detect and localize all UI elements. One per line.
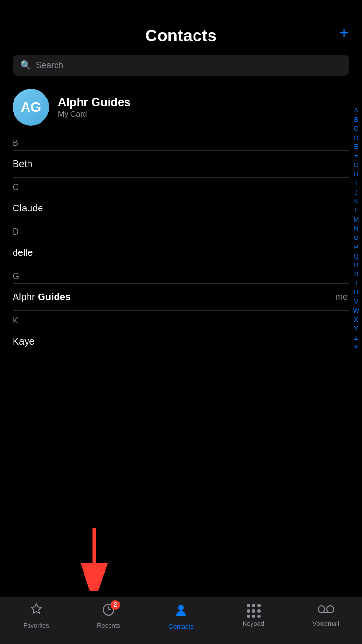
- alpha-S[interactable]: S: [354, 270, 359, 279]
- svg-point-7: [327, 606, 334, 613]
- my-card-row[interactable]: AG Alphr Guides My Card: [0, 81, 362, 133]
- alpha-N[interactable]: N: [354, 224, 358, 234]
- contact-name: Alphr Guides: [13, 292, 70, 303]
- contact-name: Beth: [13, 158, 32, 169]
- alpha-T[interactable]: T: [354, 279, 358, 288]
- keypad-dot: [257, 609, 261, 613]
- alpha-K[interactable]: K: [354, 197, 359, 206]
- section-header-C: C: [13, 178, 349, 195]
- alpha-V[interactable]: V: [354, 297, 359, 307]
- clock-icon: 2: [102, 603, 115, 620]
- recents-badge: 2: [111, 600, 120, 610]
- tab-recents[interactable]: 2 Recents: [84, 603, 133, 629]
- svg-point-6: [318, 606, 325, 613]
- tab-favorites[interactable]: Favorites: [12, 603, 60, 629]
- alpha-Z[interactable]: Z: [354, 334, 358, 343]
- alpha-M[interactable]: M: [353, 215, 359, 224]
- my-card-name: Alphr Guides: [58, 96, 131, 109]
- alpha-J[interactable]: J: [355, 188, 358, 197]
- contact-row[interactable]: delle: [13, 239, 349, 266]
- contact-name: Kaye: [13, 336, 35, 347]
- alpha-F[interactable]: F: [354, 152, 358, 161]
- header: Contacts +: [0, 0, 362, 51]
- alphabet-index[interactable]: A B C D E F G H I J K L M N O P Q R S T …: [353, 106, 359, 352]
- section-header-B: B: [13, 133, 349, 151]
- keypad-dot: [247, 604, 250, 607]
- section-header-K: K: [13, 311, 349, 328]
- page-title: Contacts: [145, 26, 217, 45]
- contact-row[interactable]: Alphr Guides me: [13, 284, 349, 311]
- alpha-D[interactable]: D: [354, 134, 358, 143]
- keypad-dot: [252, 609, 255, 613]
- keypad-dot: [252, 604, 255, 607]
- my-card-label: My Card: [58, 110, 131, 119]
- contact-name: Claude: [13, 203, 43, 214]
- contact-row[interactable]: Claude: [13, 195, 349, 222]
- tab-keypad-label: Keypad: [243, 620, 264, 627]
- voicemail-icon: [318, 603, 334, 618]
- alpha-C[interactable]: C: [354, 125, 358, 134]
- tab-contacts-label: Contacts: [168, 623, 193, 630]
- keypad-icon: [247, 603, 261, 618]
- svg-point-5: [178, 605, 184, 611]
- alpha-W[interactable]: W: [353, 307, 359, 316]
- alpha-G[interactable]: G: [354, 161, 359, 170]
- alpha-Q[interactable]: Q: [354, 252, 359, 261]
- keypad-dot: [252, 615, 255, 618]
- search-bar[interactable]: 🔍 Search: [13, 55, 349, 76]
- tab-keypad[interactable]: Keypad: [229, 603, 278, 627]
- tab-contacts[interactable]: Contacts: [157, 603, 205, 630]
- alpha-P[interactable]: P: [354, 243, 359, 252]
- contacts-list: B Beth C Claude D delle G Alphr Guides m…: [0, 133, 362, 355]
- contact-badge-me: me: [335, 292, 349, 302]
- alpha-X[interactable]: X: [354, 315, 359, 324]
- tab-bar: Favorites 2 Recents Contacts: [0, 597, 362, 644]
- alpha-R[interactable]: R: [354, 261, 358, 270]
- alpha-L[interactable]: L: [354, 206, 358, 215]
- person-icon: [174, 603, 188, 621]
- star-icon: [29, 603, 43, 620]
- my-card-info: Alphr Guides My Card: [58, 96, 131, 119]
- contact-name: delle: [13, 247, 33, 258]
- alpha-E[interactable]: E: [354, 142, 359, 152]
- keypad-dot: [257, 604, 261, 607]
- tab-favorites-label: Favorites: [23, 622, 49, 629]
- keypad-dot: [257, 615, 261, 618]
- contact-row[interactable]: Beth: [13, 151, 349, 178]
- section-header-D: D: [13, 222, 349, 239]
- alpha-O[interactable]: O: [354, 234, 359, 243]
- tab-voicemail-label: Voicemail: [312, 620, 339, 627]
- avatar: AG: [13, 89, 49, 126]
- alpha-A[interactable]: A: [354, 106, 359, 115]
- tab-voicemail[interactable]: Voicemail: [302, 603, 350, 627]
- search-icon: 🔍: [20, 60, 31, 70]
- add-contact-button[interactable]: +: [339, 25, 348, 41]
- search-placeholder: Search: [36, 60, 63, 70]
- tab-recents-label: Recents: [97, 622, 120, 629]
- alpha-hash[interactable]: #: [354, 343, 358, 352]
- arrow-annotation: [68, 528, 121, 591]
- alpha-I[interactable]: I: [355, 179, 357, 188]
- keypad-dot: [247, 609, 250, 613]
- alpha-H[interactable]: H: [354, 170, 358, 179]
- search-container: 🔍 Search: [0, 51, 362, 81]
- alpha-B[interactable]: B: [354, 115, 359, 125]
- contact-row[interactable]: Kaye: [13, 328, 349, 355]
- alpha-Y[interactable]: Y: [354, 324, 359, 334]
- alpha-U[interactable]: U: [354, 288, 358, 297]
- keypad-dot: [247, 615, 250, 618]
- section-header-G: G: [13, 266, 349, 284]
